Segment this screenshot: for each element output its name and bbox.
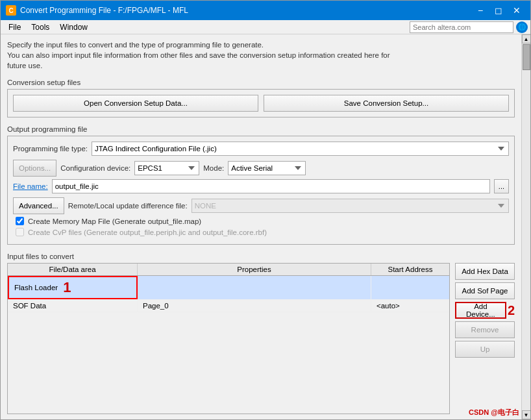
- output-programming-box: Programming file type: JTAG Indirect Con…: [7, 136, 515, 245]
- config-device-label: Configuration device:: [60, 164, 130, 172]
- sof-data-file-area: SOF Data: [8, 300, 138, 312]
- remove-button[interactable]: Remove: [455, 321, 515, 338]
- conversion-setup-box: Open Conversion Setup Data... Save Conve…: [7, 89, 515, 117]
- create-memory-map-row: Create Memory Map File (Generate output_…: [13, 217, 509, 225]
- options-button[interactable]: Options...: [13, 160, 56, 177]
- file-type-select[interactable]: JTAG Indirect Configuration File (.jic): [92, 142, 509, 156]
- table-row[interactable]: Flash Loader 1: [8, 276, 449, 300]
- create-cvp-label: Create CvP files (Generate output_file.p…: [28, 229, 267, 236]
- scroll-track[interactable]: [522, 43, 531, 410]
- add-sof-page-button[interactable]: Add Sof Page: [455, 282, 515, 299]
- remote-local-select[interactable]: NONE: [191, 199, 509, 213]
- open-conversion-button[interactable]: Open Conversion Setup Data...: [13, 95, 258, 112]
- main-window: C Convert Programming File - F:/FPGA/MFL…: [0, 0, 531, 420]
- flash-loader-properties: [138, 276, 371, 299]
- scroll-up-arrow[interactable]: ▲: [522, 34, 531, 43]
- output-programming-label: Output programming file: [7, 125, 515, 133]
- advanced-button[interactable]: Advanced...: [13, 197, 64, 214]
- badge-one: 1: [63, 279, 71, 296]
- scroll-thumb[interactable]: [523, 44, 530, 70]
- sidebar-buttons: Add Hex Data Add Sof Page Add Device... …: [450, 263, 515, 414]
- window-title: Convert Programming File - F:/FPGA/MFL -…: [20, 6, 472, 15]
- menu-file[interactable]: File: [3, 21, 26, 33]
- file-type-row: Programming file type: JTAG Indirect Con…: [13, 142, 509, 156]
- file-type-label: Programming file type:: [13, 145, 88, 153]
- create-cvp-row: Create CvP files (Generate output_file.p…: [13, 228, 509, 236]
- scroll-down-arrow[interactable]: ▼: [522, 410, 531, 419]
- menu-search-area: 🌐: [410, 21, 528, 33]
- create-memory-map-label: Create Memory Map File (Generate output_…: [28, 217, 201, 225]
- window-controls: − ◻ ✕: [472, 4, 525, 17]
- column-file-area: File/Data area: [8, 264, 138, 275]
- globe-icon[interactable]: 🌐: [516, 21, 528, 33]
- save-conversion-button[interactable]: Save Conversion Setup...: [264, 95, 509, 112]
- flash-loader-cell: Flash Loader 1: [8, 276, 138, 299]
- advanced-row: Advanced... Remote/Local update differen…: [13, 197, 509, 214]
- file-name-input[interactable]: [52, 179, 490, 193]
- browse-button[interactable]: ...: [494, 179, 509, 193]
- close-button[interactable]: ✕: [508, 4, 525, 17]
- badge-two: 2: [508, 303, 515, 318]
- table-header: File/Data area Properties Start Address: [8, 264, 449, 276]
- config-row: Options... Configuration device: EPCS1 M…: [13, 160, 509, 177]
- mode-label: Mode:: [203, 164, 224, 172]
- input-files-area: File/Data area Properties Start Address …: [7, 263, 515, 414]
- file-name-label[interactable]: File name:: [13, 182, 48, 190]
- scrollbar[interactable]: ▲ ▼: [521, 34, 530, 419]
- menu-tools[interactable]: Tools: [26, 21, 55, 33]
- input-files-label: Input files to convert: [7, 253, 515, 260]
- search-input[interactable]: [410, 21, 513, 33]
- sof-data-properties: Page_0: [138, 300, 371, 312]
- create-cvp-checkbox[interactable]: [16, 228, 24, 236]
- sof-data-address: <auto>: [371, 300, 449, 312]
- title-bar: C Convert Programming File - F:/FPGA/MFL…: [1, 1, 530, 20]
- create-memory-map-checkbox[interactable]: [16, 217, 24, 225]
- remote-local-label: Remote/Local update difference file:: [68, 202, 188, 210]
- table-row[interactable]: SOF Data Page_0 <auto>: [8, 300, 449, 312]
- config-device-select[interactable]: EPCS1: [134, 161, 199, 175]
- flash-loader-address: [371, 276, 449, 299]
- add-hex-data-button[interactable]: Add Hex Data: [455, 263, 515, 280]
- description-text: Specify the input files to convert and t…: [7, 40, 515, 71]
- maximize-button[interactable]: ◻: [490, 4, 507, 17]
- minimize-button[interactable]: −: [472, 4, 489, 17]
- mode-select[interactable]: Active Serial: [228, 161, 306, 175]
- up-button[interactable]: Up: [455, 341, 515, 358]
- menu-window[interactable]: Window: [55, 21, 93, 33]
- menu-bar: File Tools Window 🌐: [1, 20, 530, 34]
- watermark: CSDN @电子白: [469, 408, 519, 417]
- conversion-setup-label: Conversion setup files: [7, 79, 515, 86]
- column-start-address: Start Address: [371, 264, 449, 275]
- file-name-row: File name: ...: [13, 179, 509, 193]
- add-device-button[interactable]: Add Device...: [455, 302, 506, 319]
- input-files-table: File/Data area Properties Start Address …: [7, 263, 450, 414]
- table-body: Flash Loader 1 SOF Data Page_0 <auto>: [8, 276, 449, 414]
- column-properties: Properties: [138, 264, 371, 275]
- app-icon: C: [6, 5, 16, 16]
